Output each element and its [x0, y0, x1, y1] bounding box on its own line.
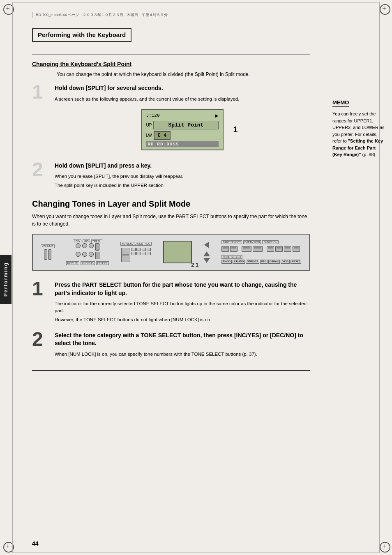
step-2-content: Hold down [SPLIT] and press a key. When … — [55, 160, 310, 189]
kbd-btn-row1 — [131, 248, 141, 251]
step-1b-main-text: Press the PART SELECT button for the par… — [55, 281, 310, 297]
subsection1-intro: You can change the point at which the ke… — [57, 71, 310, 78]
kbd-btn-row2 — [131, 252, 141, 255]
kbd-func-btn-4 — [293, 246, 300, 252]
step-1b-number: 1 — [32, 279, 55, 299]
kbd-btn-7 — [142, 252, 146, 255]
big-section-intro: When you want to change tones in Layer a… — [32, 213, 310, 228]
kbd-buttons-col2 — [142, 248, 151, 262]
lcd-up-label: UP — [146, 123, 152, 127]
ts-btn-6: BASS — [281, 260, 290, 264]
step-2-container: 2 Hold down [SPLIT] and press a key. Whe… — [32, 160, 310, 189]
kbd-eq-section: LOW MID TREBL REVERB — [66, 240, 109, 265]
kbd-func-btn-3 — [284, 246, 291, 252]
tone-select-buttons: PIANO E.PIANO STRINGS PAD ORGAN BASS RES… — [221, 260, 301, 264]
lcd-lower-label: LW — [146, 133, 152, 138]
kbd-gap-2 — [264, 246, 265, 252]
subsection1-heading: Changing the Keyboard's Split Point — [32, 61, 310, 67]
kbd-tone-label: TONE SELECT — [221, 255, 301, 259]
step-2-sub1: When you release [SPLIT], the previous d… — [55, 173, 310, 180]
ts-btn-7: RESET — [291, 260, 301, 264]
kbd-func-btn-1 — [267, 246, 274, 252]
kbd-btn-row3 — [142, 248, 151, 251]
kbd-mid-label: MID — [83, 240, 90, 243]
step-2-main-text: Hold down [SPLIT] and press a key. — [55, 162, 310, 170]
ts-btn-5: ORGAN — [268, 260, 280, 264]
kbd-btn-2 — [136, 248, 141, 251]
lcd-step-number: 1 — [233, 125, 238, 134]
keyboard-diagram: VOLUME LOW MID TREBL — [32, 234, 310, 271]
kbd-chorus-label: CHORUS — [81, 261, 95, 265]
kbd-function-label: FUNCTION — [262, 240, 279, 244]
kbd-fader-2 — [48, 249, 51, 260]
kbd-vol-controls — [44, 249, 51, 260]
step-2-number: 2 — [32, 160, 55, 180]
kbd-fader-eq2 — [95, 252, 99, 259]
page-number: 44 — [32, 540, 39, 547]
memo-text-2: (p. 88). — [361, 152, 376, 157]
kbd-knobs-row2 — [76, 252, 99, 259]
reg-mark-tl — [3, 4, 12, 13]
kbd-modwheel — [121, 248, 130, 262]
step-1b-sub1: The indicator for the currently selected… — [55, 300, 310, 315]
kbd-knob-5 — [82, 252, 87, 257]
kbd-reverb-label: REVERB — [66, 261, 80, 265]
step-2b-container: 2 Select the tone category with a TONE S… — [32, 329, 310, 358]
step-2-sub2: The split-point key is included in the U… — [55, 182, 310, 189]
big-section-heading: Changing Tones in Layer and Split Mode — [32, 199, 310, 209]
kbd-part-select: PART SELECT EXPANSION FUNCTION — [221, 240, 301, 264]
memo-title: MEMO — [332, 99, 349, 107]
kbd-nav-up-icon — [203, 251, 210, 256]
kbd-btn-6 — [147, 248, 151, 251]
bottom-divider — [32, 370, 310, 371]
kbd-diagram-numbers: 2 1 — [191, 262, 198, 268]
side-tab: Performing — [0, 255, 12, 304]
kbd-kbd-labels: KEYBOARD CONTROL — [120, 242, 152, 246]
lcd-note-value: C 4 — [154, 131, 171, 140]
kbd-slider-row — [121, 248, 151, 262]
kbd-effect-label: EFFECT — [96, 261, 109, 265]
kbd-part-labels: PART SELECT EXPANSION FUNCTION — [221, 240, 301, 244]
kbd-btn-1 — [131, 248, 136, 251]
kbd-tone-select-label: TONE SELECT — [221, 255, 242, 259]
kbd-btn-8 — [147, 252, 151, 255]
step-1-content: Hold down [SPLIT] for several seconds. A… — [55, 82, 310, 154]
kbd-knob-4 — [76, 252, 81, 257]
kbd-low-label: LOW — [73, 240, 81, 243]
kbd-volume-section: VOLUME — [41, 244, 54, 260]
lcd-brand: RD RD.BOSS — [146, 141, 219, 147]
kbd-pitchbend-label: KEYBOARD CONTROL — [120, 242, 152, 246]
kbd-knobs-row1 — [76, 243, 99, 251]
step-1-main-text: Hold down [SPLIT] for several seconds. — [55, 84, 310, 92]
ts-btn-3: STRINGS — [246, 260, 259, 264]
side-tab-label: Performing — [3, 262, 9, 297]
lcd-wrapper: J:120 ▶ UP Split Point LW C 4 RD RD.BOSS — [135, 109, 230, 150]
kbd-knob-6 — [89, 252, 94, 257]
step-1b-container: 1 Press the PART SELECT button for the p… — [32, 279, 310, 323]
memo-box: MEMO You can freely set the ranges for U… — [332, 99, 386, 158]
kbd-btn-4 — [136, 252, 141, 255]
section-header-box: Performing with the Keyboard — [32, 28, 131, 42]
kbd-knob-3 — [89, 243, 94, 248]
kbd-vol-label: VOLUME — [41, 244, 54, 248]
reg-mark-bl — [3, 542, 12, 551]
step-1b-sub2: However, the TONE SELECT buttons do not … — [55, 316, 310, 323]
kbd-part-btn-1 — [221, 246, 229, 252]
main-content: RD-700_e.book 44 ページ ２００３年１０月２３日 木曜日 午後４… — [12, 0, 326, 555]
kbd-fader-eq — [95, 243, 99, 251]
ts-btn-2: E.PIANO — [233, 260, 245, 264]
kbd-exp-btn-1 — [242, 246, 251, 252]
kbd-func-btn-2 — [275, 246, 283, 252]
lcd-top-row: J:120 ▶ — [146, 112, 219, 119]
kbd-part-select-label: PART SELECT — [221, 240, 242, 244]
step-2b-content: Select the tone category with a TONE SEL… — [55, 329, 310, 358]
kbd-knob-2 — [82, 243, 87, 248]
kbd-part-btn-2 — [230, 246, 238, 252]
step-1-number: 1 — [32, 82, 55, 102]
kbd-tone-select-area: TONE SELECT PIANO E.PIANO STRINGS PAD OR… — [221, 255, 301, 264]
kbd-btn-3 — [131, 252, 136, 255]
kbd-gap — [239, 246, 240, 252]
lcd-lower-row: LW C 4 — [146, 131, 219, 140]
kbd-btn-row4 — [142, 252, 151, 255]
kbd-fader-1 — [44, 249, 47, 260]
